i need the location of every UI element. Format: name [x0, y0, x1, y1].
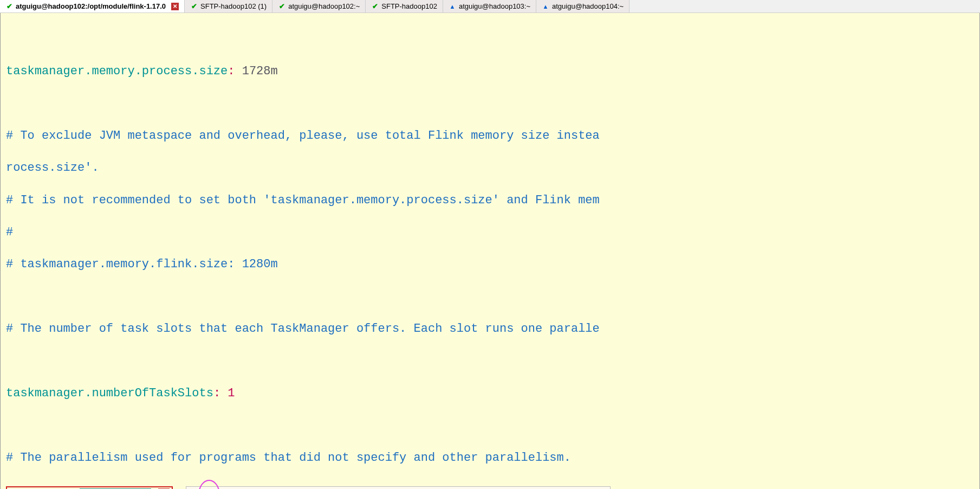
warn-icon	[449, 3, 456, 10]
tab-label: atguigu@hadoop102:~	[288, 2, 360, 10]
config-key: taskmanager.memory.process.size	[6, 65, 228, 78]
config-comment: # It is not recommended to set both 'tas…	[6, 194, 600, 207]
highlight-box: parallelism.default: 1	[6, 486, 173, 489]
check-icon	[371, 3, 379, 10]
tab-session-1[interactable]: atguigu@hadoop102:/opt/module/flink-1.17…	[0, 0, 185, 12]
config-colon: :	[213, 387, 220, 400]
tab-label: atguigu@hadoop104:~	[552, 2, 624, 10]
tab-label: atguigu@hadoop102:/opt/module/flink-1.17…	[16, 2, 166, 10]
config-key: taskmanager.numberOfTaskSlots	[6, 387, 213, 400]
tab-session-3[interactable]: atguigu@hadoop102:~	[272, 0, 366, 12]
parallelism-config-row: parallelism.default: 1[atguigu@hadoop102…	[6, 486, 974, 489]
config-comment: # taskmanager.memory.flink.size: 1280m	[6, 258, 278, 271]
check-icon	[278, 3, 285, 10]
command-tooltip: [atguigu@hadoop102 flink-1.17.0]$ vim co…	[186, 486, 611, 489]
check-icon	[190, 3, 198, 10]
config-comment: # The number of task slots that each Tas…	[6, 322, 600, 336]
tab-label: SFTP-hadoop102	[381, 2, 437, 10]
tab-bar: atguigu@hadoop102:/opt/module/flink-1.17…	[0, 0, 980, 13]
terminal-editor[interactable]: taskmanager.memory.process.size: 1728m #…	[0, 13, 980, 489]
close-icon[interactable]: ✕	[171, 3, 179, 10]
config-comment: #	[6, 226, 13, 239]
warn-icon	[542, 3, 549, 10]
config-comment: # To exclude JVM metaspace and overhead,…	[6, 129, 600, 143]
tab-session-4[interactable]: SFTP-hadoop102	[366, 0, 443, 12]
config-comment: # The parallelism used for programs that…	[6, 451, 571, 465]
config-colon: :	[228, 65, 235, 78]
tab-label: SFTP-hadoop102 (1)	[200, 2, 267, 10]
tab-session-2[interactable]: SFTP-hadoop102 (1)	[185, 0, 272, 12]
tab-label: atguigu@hadoop103:~	[459, 2, 530, 10]
config-value: 1	[228, 387, 235, 400]
check-icon	[5, 3, 13, 10]
config-comment: rocess.size'.	[6, 161, 99, 175]
tab-session-5[interactable]: atguigu@hadoop103:~	[443, 0, 536, 12]
tab-session-6[interactable]: atguigu@hadoop104:~	[536, 0, 629, 12]
config-value: 1728m	[242, 65, 278, 78]
